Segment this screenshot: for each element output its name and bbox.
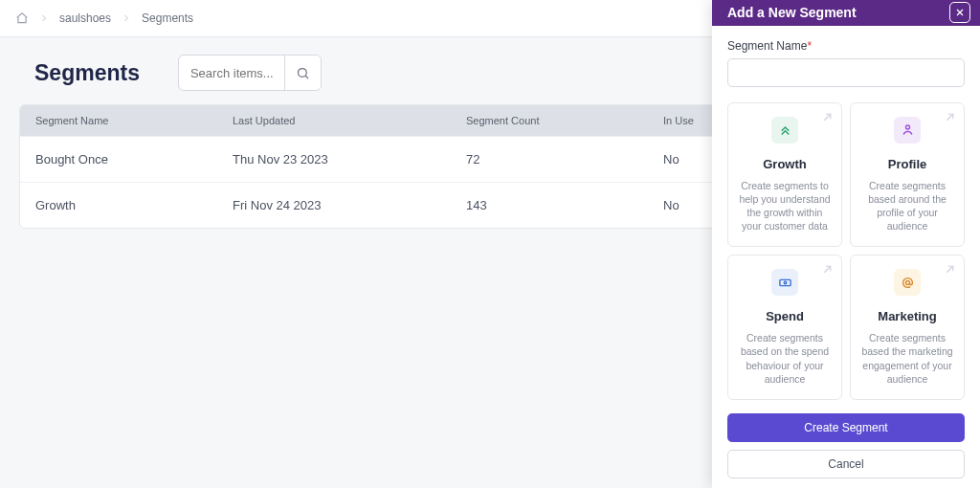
- svg-point-0: [298, 68, 306, 77]
- at-icon: [894, 269, 921, 296]
- close-icon: [954, 7, 966, 18]
- col-header-updated: Last Updated: [233, 115, 466, 126]
- segment-name-input[interactable]: [727, 58, 965, 87]
- card-desc: Create segments based the marketing enga…: [858, 331, 956, 386]
- cell-inuse: No: [663, 198, 711, 212]
- card-growth[interactable]: Growth Create segments to help you under…: [727, 102, 842, 248]
- col-header-count: Segment Count: [466, 115, 663, 126]
- breadcrumb-page[interactable]: Segments: [142, 11, 193, 25]
- home-icon[interactable]: [15, 11, 29, 25]
- col-header-name: Segment Name: [35, 115, 233, 126]
- search-icon: [296, 66, 310, 80]
- cell-updated: Thu Nov 23 2023: [233, 152, 466, 166]
- user-icon: [894, 117, 921, 144]
- add-segment-drawer: Add a New Segment Segment Name* Growth C…: [712, 0, 980, 488]
- required-asterisk: *: [807, 39, 812, 53]
- card-title: Growth: [736, 157, 834, 171]
- card-marketing[interactable]: Marketing Create segments based the mark…: [850, 255, 965, 400]
- cell-updated: Fri Nov 24 2023: [233, 198, 466, 212]
- cell-count: 143: [466, 198, 663, 212]
- card-title: Spend: [736, 309, 834, 323]
- cell-inuse: No: [663, 152, 711, 166]
- col-header-inuse: In Use: [663, 115, 711, 126]
- chevrons-up-icon: [771, 117, 798, 144]
- svg-line-7: [824, 267, 831, 274]
- arrow-icon: [944, 111, 956, 123]
- card-desc: Create segments to help you understand t…: [736, 179, 834, 233]
- card-desc: Create segments based around the profile…: [858, 179, 956, 233]
- search-input[interactable]: [179, 66, 284, 80]
- card-profile[interactable]: Profile Create segments based around the…: [850, 102, 965, 248]
- chevron-right-icon: [34, 9, 54, 28]
- cancel-button[interactable]: Cancel: [727, 450, 965, 478]
- card-title: Marketing: [858, 309, 956, 323]
- svg-point-6: [905, 125, 909, 129]
- cell-count: 72: [466, 152, 663, 166]
- breadcrumb-org[interactable]: saulshoes: [59, 11, 111, 25]
- cash-icon: [771, 269, 798, 296]
- svg-point-9: [784, 281, 787, 284]
- drawer-header: Add a New Segment: [712, 0, 980, 26]
- cell-name: Growth: [35, 198, 233, 212]
- arrow-icon: [944, 263, 956, 276]
- segment-type-cards: Growth Create segments to help you under…: [727, 102, 965, 400]
- cell-name: Bought Once: [35, 152, 233, 166]
- page-title: Segments: [34, 60, 140, 86]
- card-desc: Create segments based on the spend behav…: [736, 331, 834, 386]
- svg-line-4: [824, 114, 831, 121]
- create-segment-button[interactable]: Create Segment: [727, 413, 965, 442]
- svg-line-1: [305, 76, 308, 78]
- drawer-title: Add a New Segment: [727, 5, 857, 20]
- svg-line-10: [947, 267, 953, 274]
- svg-rect-8: [779, 279, 790, 285]
- close-button[interactable]: [949, 2, 970, 23]
- segment-name-label: Segment Name*: [727, 39, 965, 53]
- card-spend[interactable]: Spend Create segments based on the spend…: [727, 255, 842, 400]
- chevron-right-icon: [117, 9, 136, 28]
- arrow-icon: [821, 263, 834, 276]
- svg-line-5: [947, 114, 953, 121]
- search-box: [178, 55, 322, 91]
- card-title: Profile: [858, 157, 956, 171]
- arrow-icon: [821, 111, 834, 123]
- search-button[interactable]: [284, 55, 321, 90]
